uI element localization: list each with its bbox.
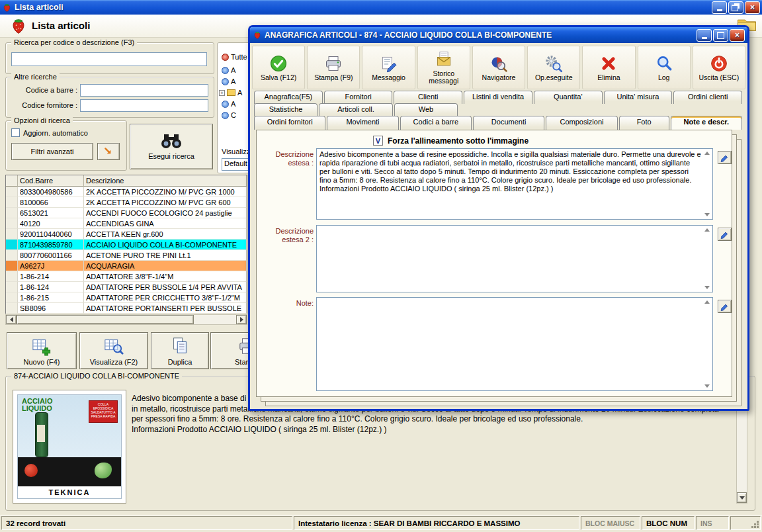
- scroll-right-button[interactable]: [236, 315, 247, 324]
- close-button[interactable]: ×: [745, 1, 760, 14]
- advanced-filters-button[interactable]: Filtri avanzati: [11, 143, 93, 160]
- duplicate-button[interactable]: Duplica: [151, 332, 209, 369]
- scrollbar-thumb[interactable]: [17, 315, 194, 324]
- tab-web[interactable]: Web: [394, 103, 458, 116]
- table-row[interactable]: 8007706001166ACETONE PURO TRE PINI Lt.1: [6, 250, 247, 261]
- navigator-button[interactable]: Navigatore: [472, 46, 525, 89]
- dialog-strawberry-icon: [253, 30, 262, 40]
- tab-fornitori[interactable]: Fornitori: [324, 91, 393, 104]
- table-row[interactable]: 81000662K ACCETTA PICCOZZINO M/ PVC GR 6…: [6, 197, 247, 208]
- records-count: 32 record trovati: [1, 516, 292, 530]
- folder-category-icon: [227, 89, 235, 96]
- scroll-down-icon[interactable]: [704, 384, 710, 388]
- caps-lock-indicator: BLOC MAIUSC: [581, 516, 640, 530]
- print-button[interactable]: Stampa (F9): [307, 46, 360, 89]
- auto-update-checkbox[interactable]: [11, 128, 20, 137]
- table-row-selected[interactable]: 8710439859780ACCIAIO LIQUIDO COLLA BI-CO…: [6, 240, 247, 250]
- new-article-button[interactable]: Nuovo (F4): [7, 332, 77, 369]
- table-row[interactable]: 40120ACCENDIGAS GINA: [6, 218, 247, 229]
- force-align-checkbox[interactable]: V: [373, 136, 383, 146]
- tree-item[interactable]: A: [222, 99, 235, 109]
- category-ball-icon: [222, 101, 229, 108]
- scroll-up-icon[interactable]: [704, 300, 710, 304]
- tab-note-e-descr[interactable]: Note e descr.: [671, 116, 742, 130]
- search-options-groupbox: Opzioni di ricerca Aggiorn. automatico F…: [5, 120, 127, 171]
- tab-documenti[interactable]: Documenti: [473, 116, 544, 130]
- tab-composizioni[interactable]: Composizioni: [546, 116, 617, 130]
- dialog-minimize-button[interactable]: [697, 29, 712, 42]
- table-row[interactable]: 1-86-124ADATTATORE PER BUSSOLE 1/4 PER A…: [6, 282, 247, 292]
- red-x-icon: [599, 54, 618, 73]
- tab-movimenti[interactable]: Movimenti: [327, 116, 398, 130]
- advanced-filters-label: Filtri avanzati: [31, 148, 74, 155]
- expander-plus-icon[interactable]: +: [219, 90, 225, 96]
- table-row-flagged[interactable]: A9627JACQUARAGIA: [6, 261, 247, 271]
- tree-item[interactable]: A: [222, 77, 235, 86]
- tab-foto[interactable]: Foto: [619, 116, 669, 130]
- tab-quantita[interactable]: Quantita': [534, 91, 603, 104]
- save-button[interactable]: Salva (F12): [252, 46, 305, 89]
- toolbar-button-label: Storico messaggi: [418, 70, 470, 85]
- exit-button[interactable]: Uscita (ESC): [693, 46, 745, 89]
- tab-ordini-fornitori[interactable]: Ordini fornitori: [254, 116, 325, 130]
- note-label: Note:: [258, 299, 314, 308]
- note-textarea[interactable]: [316, 297, 713, 391]
- scroll-down-icon[interactable]: [704, 213, 710, 216]
- table-row[interactable]: 1-86-215ADATTATORE PER CRICCHETTO 3/8"F-…: [6, 292, 247, 303]
- search-input[interactable]: [11, 52, 207, 66]
- desc2-edit-button[interactable]: [718, 228, 732, 241]
- scroll-up-icon[interactable]: [704, 152, 710, 155]
- force-align-label: Forza l'allineamento sotto l'immagine: [388, 136, 529, 146]
- tree-root-item[interactable]: Tutte: [222, 52, 247, 62]
- restore-icon: [732, 5, 738, 11]
- tab-articoli-coll[interactable]: Articoli coll.: [319, 103, 393, 116]
- table-row[interactable]: 6513021ACCENDI FUOCO ECOLOGICO 24 pastig…: [6, 208, 247, 218]
- table-row[interactable]: 1-86-214ADATTATORE 3/8"F-1/4"M: [6, 271, 247, 282]
- filters-arrow-button[interactable]: [97, 143, 120, 160]
- scroll-down-button[interactable]: [737, 492, 747, 503]
- num-lock-indicator: BLOC NUM: [642, 516, 695, 530]
- tab-statistiche[interactable]: Statistiche: [254, 103, 318, 116]
- run-search-button[interactable]: Esegui ricerca: [130, 124, 213, 169]
- minimize-button[interactable]: [712, 1, 727, 14]
- supplier-code-input[interactable]: [80, 99, 208, 112]
- table-row[interactable]: SB8096ADATTATORE PORTAINSERTI PER BUSSOL…: [6, 303, 247, 314]
- tree-item[interactable]: C: [222, 111, 236, 120]
- description-column-header[interactable]: Descrizione: [84, 175, 247, 187]
- dialog-maximize-button[interactable]: [713, 29, 728, 42]
- desc1-textarea[interactable]: Adesivo bicomponente a base di resine ep…: [316, 148, 713, 220]
- table-row[interactable]: 80330049805862K ACCETTA PICCOZZINO M/ PV…: [6, 187, 247, 197]
- table-horizontal-scrollbar[interactable]: [5, 314, 247, 325]
- desc2-textarea[interactable]: [316, 225, 713, 292]
- tab-listini-di-vendita[interactable]: Listini di vendita: [464, 91, 532, 104]
- tab-anagrafica[interactable]: Anagrafica(F5): [254, 91, 323, 104]
- scroll-up-icon[interactable]: [704, 228, 710, 232]
- row-desc-cell: ACQUARAGIA: [84, 261, 247, 271]
- restore-button[interactable]: [728, 1, 743, 14]
- table-row[interactable]: 9200110440060ACCETTA KEEN gr.600: [6, 229, 247, 240]
- desc1-edit-button[interactable]: [718, 151, 732, 164]
- desc2-label: Descrizione estesa 2 :: [258, 227, 314, 244]
- resize-grip[interactable]: [757, 526, 759, 528]
- dialog-close-button[interactable]: ×: [730, 29, 745, 42]
- note-edit-button[interactable]: [718, 300, 732, 313]
- delete-button[interactable]: Elimina: [582, 46, 635, 89]
- toolbar-button-label: Op.eseguite: [535, 74, 573, 81]
- scroll-down-icon[interactable]: [704, 286, 710, 289]
- tree-item[interactable]: A: [222, 66, 235, 75]
- code-column-header[interactable]: Cod.Barre: [18, 175, 84, 187]
- scroll-left-button[interactable]: [6, 315, 17, 324]
- tab-unita-misura[interactable]: Unita' misura: [604, 91, 673, 104]
- tab-codici-a-barre[interactable]: Codici a barre: [400, 116, 472, 130]
- message-history-button[interactable]: Storico messaggi: [417, 46, 470, 89]
- state-column-header[interactable]: [6, 175, 18, 187]
- operations-button[interactable]: Op.eseguite: [527, 46, 580, 89]
- tree-item[interactable]: + A: [219, 88, 242, 97]
- log-button[interactable]: Log: [638, 46, 691, 89]
- barcode-input[interactable]: [80, 84, 208, 97]
- row-state-cell: [6, 303, 18, 314]
- message-button[interactable]: Messaggio: [362, 46, 415, 89]
- tab-ordini-clienti[interactable]: Ordini clienti: [673, 91, 742, 104]
- view-article-button[interactable]: Visualizza (F2): [79, 332, 148, 369]
- tab-clienti[interactable]: Clienti: [394, 91, 462, 104]
